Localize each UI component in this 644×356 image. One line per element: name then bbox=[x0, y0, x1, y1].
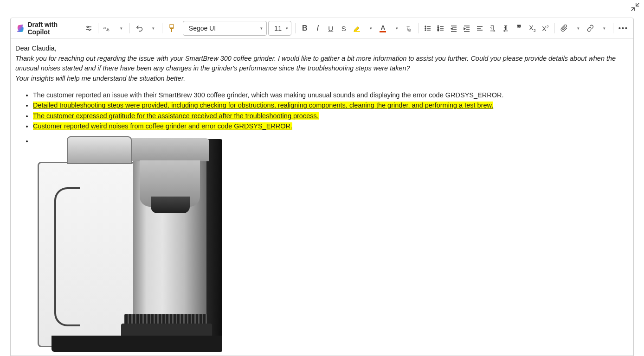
italic-icon: I bbox=[316, 24, 319, 33]
superscript-icon: X2 bbox=[542, 25, 548, 32]
font-size-select[interactable]: 11 ▾ bbox=[268, 21, 291, 36]
svg-rect-4 bbox=[170, 25, 174, 28]
embedded-image-coffee-maker[interactable] bbox=[33, 136, 222, 354]
quote-icon: ❞ bbox=[517, 23, 522, 33]
ltr-button[interactable] bbox=[487, 22, 499, 35]
clear-formatting-icon bbox=[405, 25, 412, 32]
paragraph-2: Your insights will help me understand th… bbox=[15, 74, 629, 83]
bold-button[interactable]: B bbox=[299, 22, 310, 35]
underline-icon: U bbox=[328, 25, 333, 32]
subscript-button[interactable]: X2 bbox=[527, 22, 538, 35]
proofing-dropdown[interactable]: ▾ bbox=[115, 22, 126, 35]
separator bbox=[129, 23, 130, 33]
font-size-value: 11 bbox=[274, 25, 282, 32]
ltr-icon bbox=[489, 25, 497, 32]
bold-icon: B bbox=[302, 24, 308, 32]
paperclip-icon bbox=[560, 25, 568, 32]
proofing-icon: a あ bbox=[103, 25, 111, 32]
undo-button[interactable] bbox=[134, 22, 145, 35]
rtl-icon bbox=[502, 25, 510, 32]
draft-with-copilot-button[interactable]: Draft with Copilot bbox=[14, 22, 81, 35]
svg-point-0 bbox=[87, 26, 88, 27]
list-item: The customer reported an issue with thei… bbox=[33, 90, 629, 100]
indent-icon bbox=[463, 25, 470, 32]
summary-bullet-list: The customer reported an issue with thei… bbox=[15, 90, 629, 354]
align-button[interactable] bbox=[474, 22, 485, 35]
link-icon bbox=[586, 25, 594, 32]
attach-button[interactable] bbox=[559, 22, 570, 35]
clear-formatting-button[interactable] bbox=[403, 22, 414, 35]
rtl-button[interactable] bbox=[501, 22, 512, 35]
list-item: Detailed troubleshooting steps were prov… bbox=[33, 101, 629, 110]
italic-button[interactable]: I bbox=[312, 22, 323, 35]
underline-button[interactable]: U bbox=[325, 22, 336, 35]
separator bbox=[162, 23, 162, 33]
bulleted-list-button[interactable] bbox=[422, 22, 433, 35]
format-painter-button[interactable] bbox=[166, 22, 177, 35]
strikethrough-button[interactable]: S bbox=[338, 22, 349, 35]
svg-text:あ: あ bbox=[106, 28, 109, 32]
highlight-button[interactable] bbox=[351, 22, 363, 35]
font-color-button[interactable]: A bbox=[377, 22, 388, 35]
decrease-indent-button[interactable] bbox=[448, 22, 459, 35]
brush-icon bbox=[168, 24, 175, 32]
align-icon bbox=[476, 25, 483, 32]
font-name-value: Segoe UI bbox=[189, 25, 216, 32]
chevron-down-icon: ▾ bbox=[120, 26, 122, 31]
chevron-down-icon: ▾ bbox=[152, 26, 155, 31]
link-button[interactable] bbox=[585, 22, 596, 35]
copilot-label: Draft with Copilot bbox=[27, 21, 77, 36]
separator bbox=[418, 23, 419, 33]
chevron-down-icon: ▾ bbox=[286, 26, 288, 31]
font-color-dropdown[interactable]: ▾ bbox=[390, 22, 401, 35]
svg-point-7 bbox=[425, 28, 426, 29]
email-body-editor[interactable]: Dear Claudia, Thank you for reaching out… bbox=[11, 39, 633, 356]
more-icon: ••• bbox=[618, 25, 628, 32]
superscript-button[interactable]: X2 bbox=[540, 22, 551, 35]
more-options-button[interactable]: ••• bbox=[617, 22, 630, 35]
editor-container: Draft with Copilot a あ ▾ ▾ bbox=[10, 18, 634, 356]
collapse-icon bbox=[630, 2, 640, 12]
separator bbox=[613, 23, 613, 33]
chevron-down-icon: ▾ bbox=[577, 26, 580, 31]
list-item: The customer expressed gratitude for the… bbox=[33, 111, 629, 121]
undo-dropdown[interactable]: ▾ bbox=[147, 22, 158, 35]
chevron-down-icon: ▾ bbox=[260, 26, 263, 31]
formatting-toolbar: Draft with Copilot a あ ▾ ▾ bbox=[11, 18, 633, 39]
undo-icon bbox=[135, 24, 143, 32]
outdent-icon bbox=[450, 25, 457, 32]
font-name-select[interactable]: Segoe UI ▾ bbox=[183, 21, 267, 36]
chevron-down-icon: ▾ bbox=[396, 26, 398, 31]
highlight-dropdown[interactable]: ▾ bbox=[364, 22, 375, 35]
separator bbox=[554, 23, 555, 33]
sliders-icon bbox=[85, 25, 92, 32]
paragraph-1: Thank you for reaching out regarding the… bbox=[15, 54, 629, 73]
font-color-icon: A bbox=[381, 24, 385, 31]
chevron-down-icon: ▾ bbox=[603, 26, 605, 31]
attach-dropdown[interactable]: ▾ bbox=[572, 22, 583, 35]
greeting-text: Dear Claudia, bbox=[15, 44, 629, 53]
highlight-icon bbox=[353, 24, 361, 32]
copilot-options-button[interactable] bbox=[83, 22, 94, 35]
bullet-list-icon bbox=[424, 25, 431, 32]
link-dropdown[interactable]: ▾ bbox=[598, 22, 609, 35]
copilot-icon bbox=[16, 24, 25, 33]
numbered-list-icon: 1 2 3 bbox=[437, 25, 444, 32]
svg-point-1 bbox=[89, 29, 90, 30]
list-item: Customer reported weird noises from coff… bbox=[33, 121, 629, 131]
subscript-icon: X2 bbox=[529, 24, 535, 33]
svg-rect-5 bbox=[354, 31, 360, 32]
numbered-list-button[interactable]: 1 2 3 bbox=[435, 22, 446, 35]
increase-indent-button[interactable] bbox=[461, 22, 472, 35]
window-collapse-button[interactable] bbox=[630, 2, 640, 12]
svg-point-6 bbox=[425, 26, 426, 27]
chevron-down-icon: ▾ bbox=[370, 26, 372, 31]
proofing-button[interactable]: a あ bbox=[102, 22, 113, 35]
separator bbox=[98, 23, 98, 33]
list-item-image bbox=[33, 136, 629, 354]
svg-text:3: 3 bbox=[438, 29, 439, 32]
svg-point-8 bbox=[425, 30, 426, 31]
quote-button[interactable]: ❞ bbox=[514, 22, 525, 35]
separator bbox=[295, 23, 296, 33]
strikethrough-icon: S bbox=[341, 25, 346, 32]
